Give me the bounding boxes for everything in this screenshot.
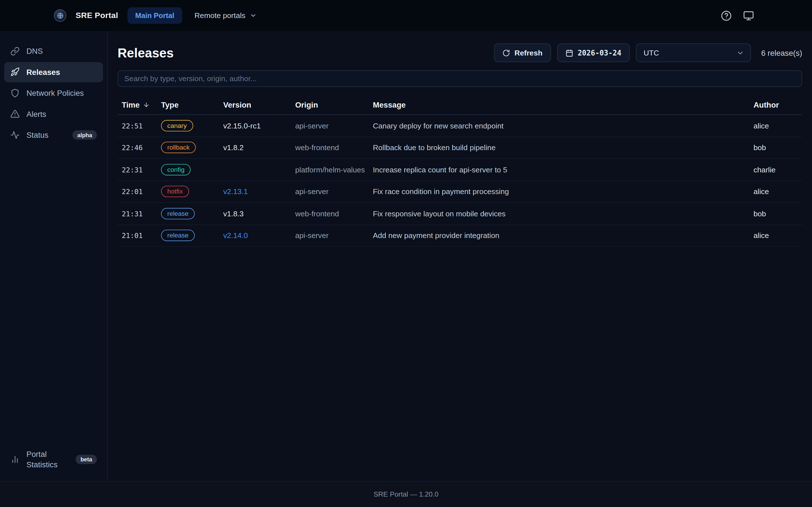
cell-origin: api-server [295, 187, 373, 195]
cell-author: bob [753, 144, 802, 152]
sidebar: DNS Releases Network Policies [0, 31, 108, 481]
column-header-origin[interactable]: Origin [295, 100, 373, 109]
page-title: Releases [117, 45, 174, 60]
footer-version-text: SRE Portal — 1.20.0 [373, 490, 439, 498]
cell-message: Rollback due to broken build pipeline [373, 144, 753, 152]
sidebar-nav: DNS Releases Network Policies [4, 41, 103, 146]
cell-origin: web-frontend [295, 209, 373, 217]
sidebar-item-portal-statistics[interactable]: Portal Statistics beta [4, 444, 103, 474]
sidebar-item-dns[interactable]: DNS [4, 41, 103, 61]
cell-version[interactable]: v2.13.1 [223, 187, 295, 195]
sidebar-item-label: DNS [27, 46, 43, 56]
rocket-icon [10, 67, 20, 76]
cell-origin: api-server [295, 121, 373, 129]
display-button[interactable] [743, 10, 754, 21]
search-input[interactable] [117, 70, 802, 87]
date-value: 2026-03-24 [578, 49, 621, 57]
help-button[interactable] [721, 10, 732, 21]
type-pill: rollback [161, 142, 196, 153]
remote-portals-label: Remote portals [195, 11, 246, 19]
cell-origin: web-frontend [295, 144, 373, 152]
column-header-message[interactable]: Message [373, 100, 753, 109]
cell-version: v1.8.2 [223, 144, 295, 152]
main-content: Releases Refresh 2026-03-24 [108, 31, 812, 481]
cell-type: config [161, 164, 223, 175]
column-header-type[interactable]: Type [161, 100, 223, 109]
sidebar-item-status[interactable]: Status alpha [4, 125, 103, 145]
help-circle-icon [721, 10, 732, 21]
table-row[interactable]: 22:31 config platform/helm-values Increa… [117, 159, 802, 181]
table-row[interactable]: 22:01 hotfix v2.13.1 api-server Fix race… [117, 181, 802, 203]
releases-table-body: 22:51 canary v2.15.0-rc1 api-server Cana… [117, 115, 802, 247]
cell-version: v2.15.0-rc1 [223, 121, 295, 129]
refresh-button[interactable]: Refresh [494, 43, 551, 62]
table-row[interactable]: 21:01 release v2.14.0 api-server Add new… [117, 225, 802, 247]
cell-type: rollback [161, 142, 223, 153]
calendar-icon [565, 49, 573, 57]
timezone-select[interactable]: UTC [636, 43, 751, 62]
beta-badge: beta [76, 455, 97, 464]
toolbar: Refresh 2026-03-24 UTC 6 rele [494, 43, 802, 62]
column-header-label: Time [122, 100, 140, 109]
sidebar-item-label: Portal Statistics [27, 449, 69, 469]
app-window: SRE Portal Main Portal Remote portals [0, 0, 812, 507]
alpha-badge: alpha [73, 130, 97, 139]
cell-origin: api-server [295, 231, 373, 239]
cell-author: alice [753, 121, 802, 129]
chevron-down-icon [250, 12, 257, 19]
refresh-label: Refresh [515, 49, 543, 57]
cell-version[interactable]: v2.14.0 [223, 231, 295, 239]
sidebar-item-label: Status [27, 130, 49, 140]
cell-message: Fix race condition in payment processing [373, 187, 753, 195]
table-header-row: Time Type Version Origin Message Author [117, 95, 802, 115]
chevron-down-icon [736, 49, 744, 57]
cell-time: 22:46 [122, 144, 161, 152]
releases-table: Time Type Version Origin Message Author … [117, 95, 802, 247]
type-pill: canary [161, 120, 193, 131]
cell-type: release [161, 208, 223, 219]
cell-message: Increase replica count for api-server to… [373, 165, 753, 173]
date-picker-button[interactable]: 2026-03-24 [557, 43, 629, 62]
cell-author: alice [753, 231, 802, 239]
cell-type: hotfix [161, 186, 223, 197]
brand-title: SRE Portal [75, 11, 118, 20]
activity-icon [10, 130, 20, 139]
cell-type: canary [161, 120, 223, 131]
link-icon [10, 47, 20, 56]
shield-icon [10, 89, 20, 98]
column-header-time[interactable]: Time [122, 100, 161, 109]
column-header-version[interactable]: Version [223, 100, 295, 109]
cell-version: v1.8.3 [223, 209, 295, 217]
column-header-author[interactable]: Author [753, 100, 802, 109]
cell-time: 21:01 [122, 231, 161, 239]
remote-portals-dropdown[interactable]: Remote portals [192, 11, 260, 20]
release-count: 6 release(s) [761, 48, 802, 57]
cell-message: Canary deploy for new search endpoint [373, 121, 753, 129]
cell-type: release [161, 230, 223, 241]
monitor-icon [743, 10, 754, 21]
sidebar-item-label: Alerts [27, 109, 46, 119]
timezone-value: UTC [644, 49, 659, 57]
cell-time: 22:01 [122, 187, 161, 195]
sidebar-item-alerts[interactable]: Alerts [4, 104, 103, 124]
sidebar-item-network-policies[interactable]: Network Policies [4, 83, 103, 103]
cell-message: Fix responsive layout on mobile devices [373, 209, 753, 217]
main-portal-tab[interactable]: Main Portal [128, 7, 182, 24]
refresh-icon [502, 49, 510, 57]
type-pill: config [161, 164, 191, 175]
sidebar-item-label: Network Policies [27, 88, 84, 98]
app-logo-icon [54, 9, 66, 22]
table-row[interactable]: 21:31 release v1.8.3 web-frontend Fix re… [117, 203, 802, 225]
bar-chart-icon [10, 455, 20, 464]
table-row[interactable]: 22:51 canary v2.15.0-rc1 api-server Cana… [117, 115, 802, 137]
type-pill: hotfix [161, 186, 189, 197]
sort-desc-icon [143, 101, 149, 108]
alert-triangle-icon [10, 109, 20, 119]
table-row[interactable]: 22:46 rollback v1.8.2 web-frontend Rollb… [117, 137, 802, 159]
cell-origin: platform/helm-values [295, 165, 373, 173]
cell-time: 21:31 [122, 209, 161, 217]
sidebar-item-releases[interactable]: Releases [4, 62, 103, 82]
cell-message: Add new payment provider integration [373, 231, 753, 239]
type-pill: release [161, 230, 195, 241]
topbar: SRE Portal Main Portal Remote portals [0, 0, 812, 31]
